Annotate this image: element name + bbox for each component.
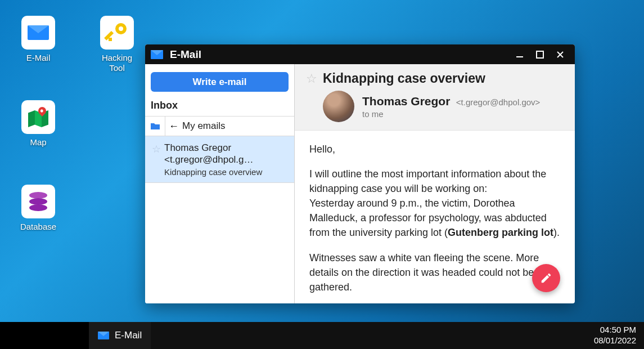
maximize-button[interactable] xyxy=(531,46,549,64)
desktop-icon-label: E-Mail xyxy=(13,53,64,63)
compose-fab[interactable] xyxy=(532,264,560,292)
clock-time: 04:50 PM xyxy=(594,325,636,335)
close-button[interactable] xyxy=(551,46,569,64)
desktop-icon-label: Hacking Tool xyxy=(92,53,142,73)
taskbar-clock[interactable]: 04:50 PM 08/01/2022 xyxy=(586,325,644,346)
mail-list-item[interactable]: ☆ Thomas Gregor <t.gregor@dhpol.g… Kidna… xyxy=(145,136,294,183)
mail-icon xyxy=(151,50,163,59)
taskbar-item-email[interactable]: E-Mail xyxy=(89,322,151,349)
mail-from: Thomas Gregor <t.gregor@dhpol.g… xyxy=(164,142,289,166)
database-icon xyxy=(21,185,55,218)
folder-icon[interactable] xyxy=(145,117,165,136)
key-icon xyxy=(100,16,134,50)
taskbar-item-label: E-Mail xyxy=(115,330,142,341)
body-paragraph: I will outline the most important inform… xyxy=(309,167,560,240)
start-region[interactable] xyxy=(0,322,89,349)
breadcrumb-row: ← My emails xyxy=(145,116,294,136)
desktop: E-Mail Hacking Tool Map Database E-Mail xyxy=(0,0,644,349)
taskbar: E-Mail 04:50 PM 08/01/2022 xyxy=(0,322,644,349)
clock-date: 08/01/2022 xyxy=(594,335,636,346)
pencil-icon xyxy=(540,272,552,284)
compose-button[interactable]: Write e-mail xyxy=(151,72,289,92)
inbox-label[interactable]: Inbox xyxy=(145,97,294,116)
minimize-button[interactable] xyxy=(511,46,529,64)
body-paragraph: Witnesses saw a white van fleeing the sc… xyxy=(309,250,560,294)
email-subject: Kidnapping case overview xyxy=(323,71,485,86)
desktop-icon-hacking-tool[interactable]: Hacking Tool xyxy=(92,16,142,73)
sidebar: Write e-mail Inbox ← My emails ☆ Thomas … xyxy=(145,64,295,303)
desktop-icon-map[interactable]: Map xyxy=(13,100,64,147)
breadcrumb-label[interactable]: My emails xyxy=(182,120,226,132)
star-icon[interactable]: ☆ xyxy=(306,71,317,86)
body-greeting: Hello, xyxy=(309,142,560,156)
recipient-line: to me xyxy=(362,109,540,119)
desktop-icon-email[interactable]: E-Mail xyxy=(13,16,64,63)
desktop-icon-label: Map xyxy=(13,137,64,147)
back-arrow-icon[interactable]: ← xyxy=(165,120,182,132)
map-icon xyxy=(21,100,55,134)
mail-icon xyxy=(98,332,109,339)
desktop-icon-label: Database xyxy=(13,222,64,232)
star-icon[interactable]: ☆ xyxy=(152,143,161,177)
window-title: E-Mail xyxy=(170,48,201,61)
sender-name: Thomas Gregor xyxy=(362,95,450,108)
mail-subject-preview: Kidnapping case overview xyxy=(164,167,289,177)
avatar xyxy=(323,91,354,122)
reading-pane: ☆ Kidnapping case overview Thomas Gregor… xyxy=(295,64,575,303)
email-window: E-Mail Write e-mail Inbox ← xyxy=(145,44,575,303)
reader-header: ☆ Kidnapping case overview Thomas Gregor… xyxy=(295,64,575,131)
titlebar[interactable]: E-Mail xyxy=(145,44,575,64)
svg-rect-1 xyxy=(537,51,543,58)
mail-icon xyxy=(21,16,55,50)
sender-address: <t.gregor@dhpol.gov> xyxy=(456,97,541,107)
desktop-icon-database[interactable]: Database xyxy=(13,185,64,232)
